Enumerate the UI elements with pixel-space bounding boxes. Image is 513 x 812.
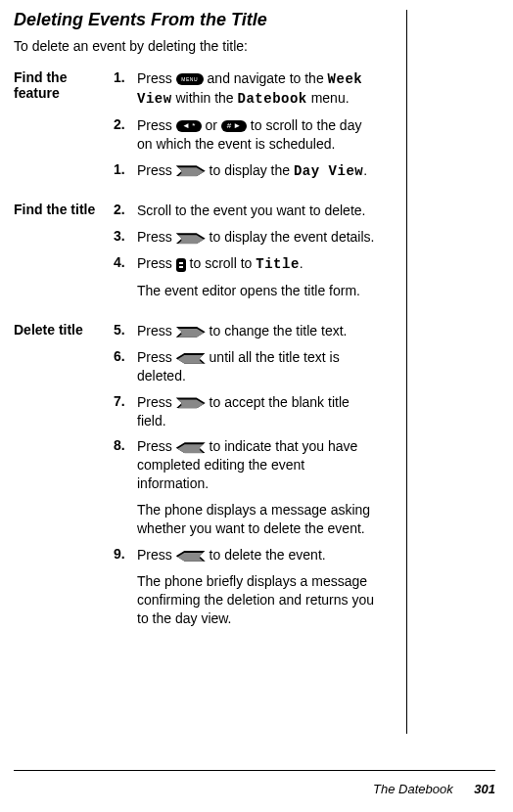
section-find-title: Find the title 2. Scroll to the event yo… xyxy=(14,202,495,308)
step-number: 1. xyxy=(114,161,137,181)
step-note: The phone briefly displays a message con… xyxy=(137,572,378,628)
step-number: 8. xyxy=(114,437,137,493)
star-left-key-icon: ◄ * xyxy=(176,120,202,132)
right-softkey-icon xyxy=(176,165,206,176)
right-softkey-icon xyxy=(176,327,206,338)
step-body: Press ◄ * or # ► to scroll to the day on… xyxy=(137,116,378,154)
section-label: Find the feature xyxy=(14,69,114,188)
menu-key-icon: MENU xyxy=(176,73,204,85)
step-note: The phone displays a message asking whet… xyxy=(137,501,378,538)
step-body: Press to accept the blank title field. xyxy=(137,393,378,430)
footer-doc-title: The Datebook xyxy=(373,782,453,796)
right-softkey-icon xyxy=(176,233,206,244)
scroll-key-icon xyxy=(176,258,186,272)
step-number: 3. xyxy=(114,228,137,247)
left-softkey-icon xyxy=(176,442,206,453)
horizontal-rule xyxy=(14,770,495,771)
left-softkey-icon xyxy=(176,353,206,364)
step-number: 2. xyxy=(114,202,137,220)
section-label: Find the title xyxy=(14,202,114,308)
step-body: Press to indicate that you have complete… xyxy=(137,437,378,493)
step-body: Press to display the Day View. xyxy=(137,161,378,181)
step-number: 1. xyxy=(114,69,137,109)
section-find-feature: Find the feature 1. Press MENU and navig… xyxy=(14,69,495,188)
page-title: Deleting Events From the Title xyxy=(14,10,495,30)
step-body: Press until all the title text is delete… xyxy=(137,348,378,385)
step-note: The event editor opens the title form. xyxy=(137,282,378,300)
step-number: 4. xyxy=(114,254,137,274)
step-body: Press to scroll to Title. xyxy=(137,254,378,274)
footer-page-number: 301 xyxy=(474,782,495,796)
footer: The Datebook 301 xyxy=(373,782,495,796)
section-label: Delete title xyxy=(14,322,114,635)
left-softkey-icon xyxy=(176,551,206,562)
intro-text: To delete an event by deleting the title… xyxy=(14,38,495,54)
step-number: 5. xyxy=(114,322,137,340)
step-body: Press MENU and navigate to the Week View… xyxy=(137,69,378,109)
step-body: Press to change the title text. xyxy=(137,322,378,340)
right-softkey-icon xyxy=(176,397,206,408)
step-body: Scroll to the event you want to delete. xyxy=(137,202,378,220)
step-number: 7. xyxy=(114,393,137,430)
step-body: Press to delete the event. xyxy=(137,546,378,564)
vertical-rule xyxy=(406,10,407,734)
step-number: 2. xyxy=(114,116,137,154)
step-number: 6. xyxy=(114,348,137,385)
step-body: Press to display the event details. xyxy=(137,228,378,247)
section-delete-title: Delete title 5. Press to change the titl… xyxy=(14,322,495,635)
step-number: 9. xyxy=(114,546,137,564)
hash-right-key-icon: # ► xyxy=(221,120,247,132)
